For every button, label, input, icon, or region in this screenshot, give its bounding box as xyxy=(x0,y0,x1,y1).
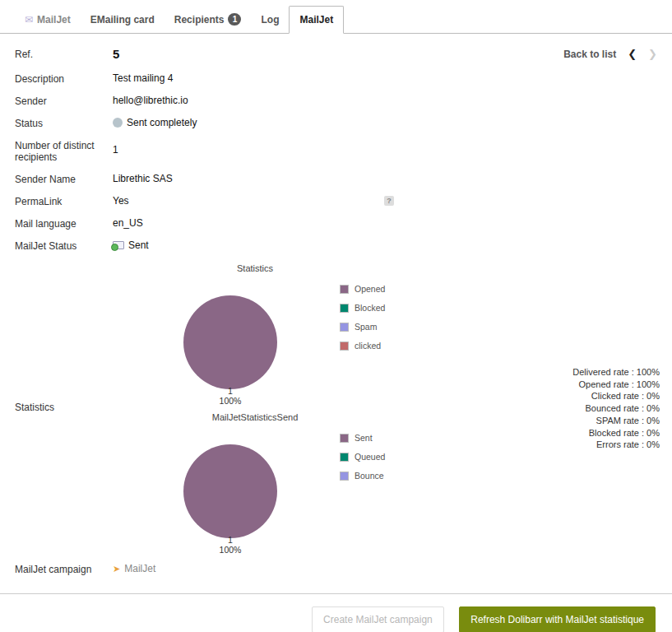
field-ref: Ref. 5 Back to list ❮ ❯ xyxy=(15,45,657,67)
legend-swatch-spam xyxy=(340,323,349,332)
legend-item: Sent xyxy=(340,433,385,443)
tab-recipients[interactable]: Recipients 1 xyxy=(165,6,252,33)
action-bar: Create MailJet campaign Refresh Dolibarr… xyxy=(0,594,672,632)
chart2-pie xyxy=(183,444,277,538)
rate-line: Clicked rate : 0% xyxy=(572,390,660,402)
rate-line: Delivered rate : 100% xyxy=(572,366,660,379)
tab-mailjet-active[interactable]: MailJet xyxy=(289,6,344,34)
tab-label: MailJet xyxy=(299,14,333,26)
description-value: Test mailing 4 xyxy=(113,72,657,84)
legend-swatch-clicked xyxy=(340,342,349,351)
mail-language-value: en_US xyxy=(113,217,657,229)
tab-label: EMailing card xyxy=(90,14,155,26)
rates-summary: Delivered rate : 100% Opened rate : 100%… xyxy=(572,366,660,451)
chart2-legend: Sent Queued Bounce xyxy=(340,433,385,490)
legend-item: Bounce xyxy=(340,471,385,481)
mailjet-campaign-page: ✉ MailJet EMailing card Recipients 1 Log… xyxy=(0,0,672,632)
chart2-data-labels: 1 100% xyxy=(189,535,271,555)
paper-plane-icon: ➤ xyxy=(113,565,120,574)
ref-value: 5 xyxy=(113,47,563,61)
sender-value: hello@librethic.io xyxy=(113,95,657,106)
legend-item: Spam xyxy=(340,322,385,332)
help-icon[interactable]: ? xyxy=(384,196,394,206)
field-mailjet-campaign: MailJet campaign ➤ MailJet xyxy=(15,558,657,580)
rate-line: SPAM rate : 0% xyxy=(572,415,660,427)
legend-item: clicked xyxy=(340,341,385,351)
back-to-list-link[interactable]: Back to list xyxy=(563,49,616,60)
tab-label: Recipients xyxy=(174,14,225,26)
status-label: Status xyxy=(15,117,113,129)
mail-language-label: Mail language xyxy=(15,217,113,230)
recipients-count-badge: 1 xyxy=(228,13,241,26)
create-mailjet-campaign-button[interactable]: Create MailJet campaign xyxy=(312,606,444,632)
mailjet-status-value: Sent xyxy=(128,239,149,251)
statistics-row-label: Statistics xyxy=(15,402,54,413)
field-mail-language: Mail language en_US xyxy=(15,212,657,235)
tab-emailing-card[interactable]: EMailing card xyxy=(81,7,165,33)
rate-line: Bounced rate : 0% xyxy=(572,402,660,415)
sender-name-value: Librethic SAS xyxy=(113,173,657,184)
field-status: Status Sent completely xyxy=(15,112,657,134)
mailjet-campaign-link[interactable]: MailJet xyxy=(124,563,155,574)
permalink-value: Yes xyxy=(113,195,129,207)
permalink-label: PermaLink xyxy=(15,195,113,207)
ref-label: Ref. xyxy=(15,48,113,60)
recipients-count-label: Number of distinct recipients xyxy=(15,139,113,163)
previous-record-icon[interactable]: ❮ xyxy=(628,48,637,60)
legend-item: Opened xyxy=(340,284,385,294)
chart2-title: MailJetStatisticsSend xyxy=(132,412,378,422)
email-object-icon: ✉ xyxy=(25,14,33,26)
field-description: Description Test mailing 4 xyxy=(15,67,657,90)
tab-bar: ✉ MailJet EMailing card Recipients 1 Log… xyxy=(0,0,672,34)
legend-swatch-queued xyxy=(340,453,349,462)
sent-envelope-icon xyxy=(113,241,124,249)
legend-item: Queued xyxy=(340,452,385,462)
legend-item: Blocked xyxy=(340,303,385,313)
chart1-pie xyxy=(183,295,277,389)
field-sender: Sender hello@librethic.io xyxy=(15,90,657,112)
sender-label: Sender xyxy=(15,95,113,107)
field-mailjet-status: MailJet Status Sent xyxy=(15,235,657,257)
legend-swatch-sent xyxy=(340,434,349,443)
refresh-mailjet-statistics-button[interactable]: Refresh Dolibarr with MailJet statistiqu… xyxy=(459,606,656,632)
status-value: Sent completely xyxy=(127,117,197,128)
mailjet-status-label: MailJet Status xyxy=(15,239,113,252)
rate-line: Opened rate : 100% xyxy=(572,379,660,391)
field-permalink: PermaLink Yes ? xyxy=(15,190,657,212)
field-sender-name: Sender Name Librethic SAS xyxy=(15,168,657,190)
tab-log[interactable]: Log xyxy=(251,7,289,33)
tab-label: Log xyxy=(261,14,279,26)
next-record-icon[interactable]: ❯ xyxy=(648,48,657,60)
record-detail: Ref. 5 Back to list ❮ ❯ Description Test… xyxy=(0,34,672,580)
chart1-title: Statistics xyxy=(132,263,378,273)
sender-name-label: Sender Name xyxy=(15,173,113,185)
chart1-legend: Opened Blocked Spam clicked xyxy=(340,284,385,360)
legend-swatch-opened xyxy=(340,285,349,294)
description-label: Description xyxy=(15,72,113,85)
tab-mailjet-overview[interactable]: ✉ MailJet xyxy=(15,7,81,33)
rate-line: Errors rate : 0% xyxy=(572,439,660,451)
recipients-count-value: 1 xyxy=(113,139,657,156)
legend-swatch-bounce xyxy=(340,472,349,481)
chart1-data-labels: 1 100% xyxy=(189,386,271,406)
mailjet-campaign-label: MailJet campaign xyxy=(15,563,113,575)
record-navigation: Back to list ❮ ❯ xyxy=(563,48,657,60)
legend-swatch-blocked xyxy=(340,304,349,313)
rate-line: Blocked rate : 0% xyxy=(572,427,660,439)
status-dot-icon xyxy=(113,118,123,128)
field-recipients-count: Number of distinct recipients 1 xyxy=(15,134,657,168)
statistics-section: Statistics Statistics Opened Blocked Spa… xyxy=(15,257,657,558)
tab-label: MailJet xyxy=(37,14,71,26)
